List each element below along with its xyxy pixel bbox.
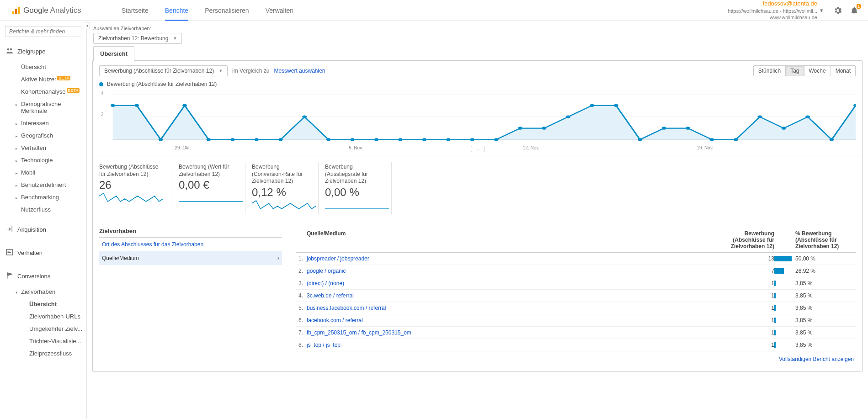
row-bar [774,330,792,335]
sidebar-item-verhalten[interactable]: Verhalten [0,142,86,154]
sidebar-item-interessen[interactable]: Interessen [0,117,86,129]
sidebar-item-benutzerdefiniert[interactable]: Benutzerdefiniert [0,179,86,191]
sidebar-item-demografische-merkmale[interactable]: Demografische Merkmale [0,98,86,117]
metric-card-3[interactable]: Bewerbung (Ausstiegsrate für Zielvorhabe… [319,162,392,214]
account-dropdown-icon[interactable]: ▾ [820,7,823,14]
row-pct: 3,85 % [792,280,856,286]
main-tab-verwalten[interactable]: Verwalten [257,0,302,21]
main-tab-startseite[interactable]: Startseite [113,0,157,21]
metric-selector[interactable]: Bewerbung (Abschlüsse für Zielvorhaben 1… [99,65,228,76]
choose-metric-link[interactable]: Messwert auswählen [274,68,325,74]
sidebar-item-aktive-nutzer[interactable]: Aktive NutzerBETA [0,73,86,85]
svg-point-16 [230,138,235,141]
sparkline [252,200,316,211]
metric-title: Bewerbung (Ausstiegsrate für Zielvorhabe… [325,164,385,185]
main-tab-personalisieren[interactable]: Personalisieren [197,0,257,21]
svg-point-40 [805,115,810,118]
chevron-right-icon: › [277,255,279,261]
granularity-tag[interactable]: Tag [785,66,804,76]
svg-point-30 [566,115,570,118]
sidebar-item-benchmarking[interactable]: Benchmarking [0,191,86,203]
sparkline [325,200,389,211]
search-input[interactable] [9,28,78,35]
svg-point-20 [326,138,331,141]
source-link[interactable]: (direct) / (none) [307,280,710,286]
sidebar-item-technologie[interactable]: Technologie [0,154,86,166]
tab-overview[interactable]: Übersicht [93,46,134,61]
svg-rect-7 [8,252,11,253]
row-index: 7. [296,329,307,336]
sidebar-collapse-icon[interactable]: ◂ [84,22,90,29]
svg-rect-6 [8,251,10,252]
source-link[interactable]: 3c.web.de / referral [307,292,710,299]
metric-title: Bewerbung (Wert für Zielvorhaben 12) [179,164,239,178]
nav-conversions-label: Conversions [17,273,50,280]
chart-legend-label: Bewerbung (Abschlüsse für Zielvorhaben 1… [107,81,217,87]
dimension-panel: Zielvorhaben Ort des Abschlusses für das… [99,228,282,367]
source-link[interactable]: fb_cpm_250315_om / fb_cpm_250315_om [307,329,710,336]
sidebar-item-kohortenanalyse[interactable]: KohortenanalyseBETA [0,85,86,98]
row-bar [774,342,792,348]
full-report-link[interactable]: Vollständigen Bericht anzeigen [296,351,856,367]
main-tab-berichte[interactable]: Berichte [157,0,197,21]
table-row: 5. business.facebook.com / referral 1 3,… [296,302,856,314]
account-info[interactable]: fedossov@atenta.de https://wollmilchsau.… [728,0,817,21]
nav-verhalten-label: Verhalten [17,249,43,256]
sidebar-item--bersicht[interactable]: Übersicht [8,298,86,310]
metric-card-2[interactable]: Bewerbung (Conversion-Rate für Zielvorha… [245,162,319,214]
granularity-toggle: StündlichTagWocheMonat [753,65,856,76]
granularity-monat[interactable]: Monat [831,66,855,76]
granularity-stündlich[interactable]: Stündlich [754,66,785,76]
svg-point-29 [542,127,546,130]
svg-point-28 [518,127,522,130]
audience-icon [5,47,17,56]
sidebar-item-zielvorhaben-urls[interactable]: Zielvorhaben-URLs [8,310,86,323]
sidebar-item-zielprozessfluss[interactable]: Zielprozessfluss [8,347,86,360]
report-search[interactable] [5,26,81,37]
source-link[interactable]: jobspreader / jobspreader [307,255,710,262]
sidebar-item-umgekehrter-zielv-[interactable]: Umgekehrter Zielv... [8,323,86,335]
ga-logo[interactable]: Google Analytics [11,6,81,15]
nav-akquisition[interactable]: Akquisition [0,220,86,239]
source-link[interactable]: business.facebook.com / referral [307,305,710,311]
metric-card-1[interactable]: Bewerbung (Wert für Zielvorhaben 12) 0,0… [172,162,245,214]
sidebar-item-nutzerfluss[interactable]: Nutzerfluss [0,203,86,216]
metric-value: 0,00 % [325,186,385,199]
metric-card-0[interactable]: Bewerbung (Abschlüsse für Zielvorhaben 1… [99,162,172,214]
notification-badge: 1 [857,4,861,9]
source-link[interactable]: js_top / js_top [307,342,710,348]
metric-title: Bewerbung (Conversion-Rate für Zielvorha… [252,164,312,185]
nav-akquisition-label: Akquisition [17,226,46,233]
dimension-quelle-medium[interactable]: Quelle/Medium› [99,251,282,265]
settings-icon[interactable] [830,2,846,19]
row-pct: 3,85 % [792,329,856,336]
nav-conversions[interactable]: Conversions [0,267,86,286]
sidebar-item-trichter-visualisie-[interactable]: Trichter-Visualisie... [8,335,86,347]
sidebar-item-geografisch[interactable]: Geografisch [0,129,86,142]
header-right: fedossov@atenta.de https://wollmilchsau.… [728,0,868,21]
granularity-woche[interactable]: Woche [804,66,831,76]
svg-point-38 [757,115,762,118]
table-row: 4. 3c.web.de / referral 1 3,85 % [296,290,856,302]
nav-zielvorhaben[interactable]: Zielvorhaben [0,286,86,298]
svg-point-27 [494,138,499,141]
account-property: https://wollmilchsau.de - https://wollmi… [728,8,817,14]
source-table: Quelle/Medium Bewerbung (Abschlüsse für … [296,228,856,367]
row-index: 6. [296,317,307,324]
table-row: 3. (direct) / (none) 1 3,85 % [296,277,856,290]
svg-point-21 [350,138,355,141]
chart-expand-icon[interactable]: ⌄ [471,146,485,152]
account-view: www.wollmilchsau.de [728,14,817,21]
main-chart[interactable]: ⌄ 2429. Okt.5. Nov.12. Nov.19. Nov. [99,89,856,149]
svg-rect-1 [15,9,17,14]
source-link[interactable]: facebook.com / referral [307,317,710,324]
notifications-icon[interactable]: 1 [846,2,863,19]
caret-down-icon: ▼ [218,69,223,73]
source-link[interactable]: google / organic [307,268,710,274]
dimension-ort-des-abschlusses-f-r-das-zielvorhaben[interactable]: Ort des Abschlusses für das Zielvorhaben [99,238,282,251]
nav-verhalten[interactable]: Verhalten [0,244,86,262]
sidebar-item-mobil[interactable]: Mobil [0,166,86,179]
nav-zielgruppe[interactable]: Zielgruppe [0,42,86,61]
sidebar-item-übersicht[interactable]: Übersicht [0,61,86,73]
goal-selector[interactable]: Zielvorhaben 12: Bewerbung ▼ [93,33,182,44]
